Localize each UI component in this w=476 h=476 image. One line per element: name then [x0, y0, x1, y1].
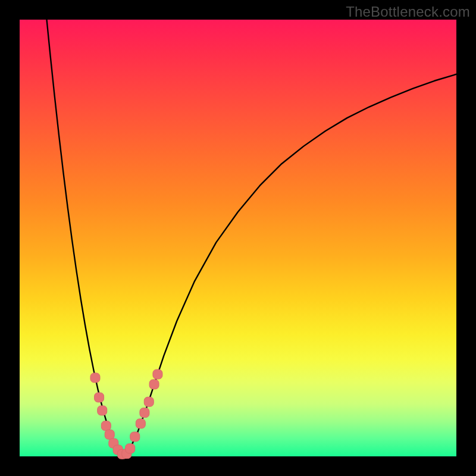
- curve-marker: [140, 408, 149, 418]
- curve-marker: [144, 397, 154, 406]
- curve-marker: [153, 369, 162, 379]
- chart-frame: TheBottleneck.com: [0, 0, 476, 476]
- curve-marker: [126, 444, 135, 453]
- curve-marker: [136, 419, 145, 428]
- plot-area: [20, 20, 456, 456]
- curve-marker: [90, 373, 100, 383]
- watermark-text: TheBottleneck.com: [346, 4, 470, 20]
- curve-layer: [20, 20, 456, 456]
- curve-marker: [95, 393, 104, 402]
- curve-marker: [105, 430, 114, 439]
- marker-group: [90, 369, 162, 459]
- curve-marker: [101, 421, 111, 431]
- bottleneck-curve: [47, 20, 456, 456]
- curve-marker: [149, 380, 159, 389]
- curve-marker: [98, 406, 107, 415]
- curve-marker: [130, 432, 140, 441]
